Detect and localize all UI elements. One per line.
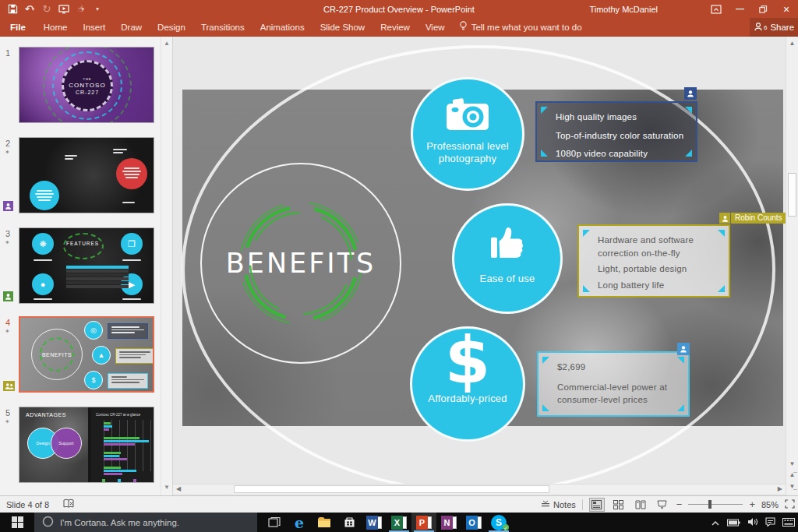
zoom-slider-thumb[interactable] xyxy=(708,500,711,509)
redo-icon[interactable]: ↻ xyxy=(39,2,55,16)
reading-view-button[interactable] xyxy=(633,498,648,512)
corner-flag-icon xyxy=(542,404,549,411)
tab-review[interactable]: Review xyxy=(373,18,418,37)
slide-editing-area[interactable]: BENEFITS Professional level photography xyxy=(173,37,798,495)
animation-star-icon[interactable]: ✶ xyxy=(5,149,10,156)
slide-thumbnail-3[interactable]: FEATURES ❋ ❐ ● ▶ xyxy=(19,227,154,304)
slide-show-view-button[interactable] xyxy=(655,498,670,512)
hidden-icons-chevron[interactable] xyxy=(711,516,720,530)
action-center-icon[interactable] xyxy=(765,516,775,530)
tab-transitions[interactable]: Transitions xyxy=(193,18,252,37)
slide-indicator[interactable]: Slide 4 of 8 xyxy=(6,500,49,509)
taskbar-store-icon[interactable] xyxy=(337,513,362,532)
coauthor-presence-icon[interactable] xyxy=(684,87,697,100)
tab-file[interactable]: File xyxy=(0,18,36,37)
coauthor-badge-olive xyxy=(3,381,15,391)
editor-presence-label[interactable]: Robin Counts xyxy=(719,213,786,224)
task-view-button[interactable] xyxy=(262,513,287,532)
volume-icon[interactable] xyxy=(747,516,758,530)
vertical-scrollbar[interactable]: ▲ ▼ ▲̅ ▼̲ xyxy=(786,37,798,495)
photography-label-line2: photography xyxy=(426,153,509,165)
slide-thumbnail-5[interactable]: ADVANTAGES Design Support Contoso CR-227… xyxy=(19,407,154,483)
spell-check-icon[interactable] xyxy=(63,499,74,510)
taskbar-skype-icon[interactable]: S ✓ xyxy=(486,513,511,532)
start-from-beginning-icon[interactable] xyxy=(56,2,72,16)
undo-icon[interactable]: ↶▾ xyxy=(22,2,37,16)
thumbnail-scrollbar[interactable]: ▲ ▼ xyxy=(161,37,172,495)
taskbar-excel-icon[interactable]: X xyxy=(387,513,411,532)
fit-to-window-icon[interactable] xyxy=(785,499,795,510)
ease-of-use-circle-shape[interactable]: Ease of use xyxy=(452,203,563,314)
taskbar-outlook-icon[interactable]: O xyxy=(461,513,486,532)
touch-keyboard-icon[interactable] xyxy=(782,516,795,530)
zoom-in-button[interactable]: + xyxy=(749,499,755,510)
touch-mouse-mode-icon[interactable]: ☝▾ xyxy=(73,2,89,16)
thumb4-dollar-circle: $ xyxy=(84,371,103,389)
vertical-scroll-thumb[interactable] xyxy=(788,173,796,217)
slide-thumbnail-2[interactable] xyxy=(19,137,154,213)
collapse-panel-icon[interactable]: ▼ xyxy=(161,484,172,491)
taskbar-powerpoint-icon[interactable]: P xyxy=(411,513,436,532)
animation-star-icon[interactable]: ✶ xyxy=(5,418,10,425)
tab-draw[interactable]: Draw xyxy=(113,18,150,37)
photography-label-line1: Professional level xyxy=(426,140,509,153)
taskbar-file-explorer-icon[interactable] xyxy=(312,513,337,532)
customize-qat-icon[interactable]: ▾ xyxy=(90,2,106,16)
next-slide-icon[interactable]: ▼̲ xyxy=(786,482,798,491)
decor-text xyxy=(65,158,73,160)
note-line: $2,699 xyxy=(557,361,680,374)
notes-toggle[interactable]: Notes xyxy=(541,500,576,509)
previous-slide-icon[interactable]: ▲̅ xyxy=(786,470,798,480)
normal-view-button[interactable] xyxy=(589,498,605,512)
horizontal-scrollbar[interactable]: ◀ ▶ xyxy=(173,484,786,494)
save-icon[interactable] xyxy=(5,2,20,16)
battery-icon[interactable] xyxy=(727,516,740,530)
slide-thumbnail-1[interactable]: THE CONTOSO CR-227 xyxy=(19,47,154,123)
thumbs-up-icon xyxy=(486,220,529,266)
tab-design[interactable]: Design xyxy=(150,18,193,37)
taskbar-onenote-icon[interactable]: N xyxy=(436,513,461,532)
tab-view[interactable]: View xyxy=(418,18,453,37)
minimize-button[interactable] xyxy=(728,0,751,18)
coauthor-presence-icon[interactable] xyxy=(677,343,690,355)
ribbon-display-options-icon[interactable] xyxy=(704,0,728,18)
slide-sorter-view-button[interactable] xyxy=(611,498,627,512)
zoom-level[interactable]: 85% xyxy=(761,500,779,509)
photography-notes-textbox[interactable]: High quality images Top-of-industry colo… xyxy=(535,101,697,162)
photography-circle-shape[interactable]: Professional level photography xyxy=(411,77,524,191)
taskbar-edge-icon[interactable]: e xyxy=(287,513,312,532)
scroll-right-icon[interactable]: ▶ xyxy=(778,484,782,494)
tab-animations[interactable]: Animations xyxy=(252,18,312,37)
share-button[interactable]: 6 Share xyxy=(750,18,798,37)
signed-in-user[interactable]: Timothy McDaniel xyxy=(589,0,658,18)
editor-person-icon xyxy=(719,213,730,224)
tell-me-box[interactable]: Tell me what you want to do xyxy=(453,21,582,33)
tab-slide-show[interactable]: Slide Show xyxy=(312,18,373,37)
zoom-slider[interactable] xyxy=(688,504,743,505)
cortana-search-box[interactable]: I'm Cortana. Ask me anything. xyxy=(34,513,257,532)
restore-button[interactable] xyxy=(751,0,775,18)
zoom-out-button[interactable]: − xyxy=(676,499,683,510)
animation-star-icon[interactable]: ✶ xyxy=(5,328,10,335)
ease-of-use-notes-textbox[interactable]: Hardware and software correction on-the-… xyxy=(577,224,730,298)
taskbar-word-icon[interactable]: W xyxy=(362,513,387,532)
scroll-down-icon[interactable]: ▼ xyxy=(786,460,798,469)
close-button[interactable]: × xyxy=(775,0,798,18)
benefits-circle-shape[interactable]: BENEFITS xyxy=(200,163,401,364)
scroll-up-icon[interactable]: ▲ xyxy=(786,39,798,48)
slide-thumbnail-4-selected[interactable]: BENEFITS ◎ ▲ $ xyxy=(19,316,154,393)
ease-of-use-label: Ease of use xyxy=(480,273,535,285)
horizontal-scroll-thumb[interactable] xyxy=(234,485,549,493)
scroll-up-icon[interactable]: ▲ xyxy=(161,40,172,47)
animation-star-icon[interactable]: ✶ xyxy=(5,239,10,246)
quick-access-toolbar: ↶▾ ↻ ☝▾ ▾ xyxy=(5,0,106,18)
scroll-left-icon[interactable]: ◀ xyxy=(176,484,181,494)
window-title: CR-227 Product Overview - PowerPoint xyxy=(0,0,798,18)
price-circle-shape[interactable]: $ Affordably-priced xyxy=(410,326,525,442)
start-button[interactable] xyxy=(0,513,34,532)
price-notes-textbox[interactable]: $2,699 Commercial-level power at consume… xyxy=(537,351,690,417)
tab-home[interactable]: Home xyxy=(36,18,76,37)
thumb4-notes-1 xyxy=(108,323,148,339)
decor-text xyxy=(113,149,127,150)
tab-insert[interactable]: Insert xyxy=(76,18,114,37)
